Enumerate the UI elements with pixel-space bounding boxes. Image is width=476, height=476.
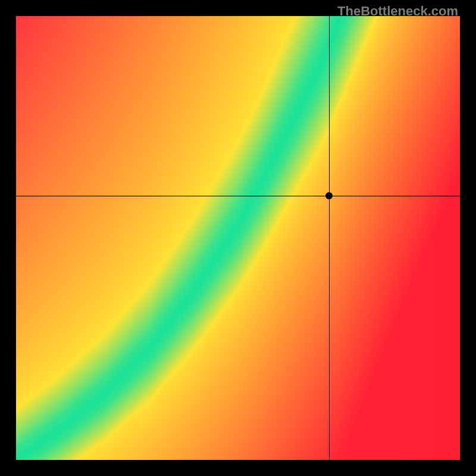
crosshair-vertical xyxy=(329,16,330,460)
plot-area xyxy=(16,16,460,460)
watermark-text: TheBottleneck.com xyxy=(337,4,458,19)
crosshair-horizontal xyxy=(16,196,460,196)
data-point-marker xyxy=(325,192,333,199)
heatmap-canvas xyxy=(16,16,460,460)
chart-frame: TheBottleneck.com xyxy=(0,0,476,476)
